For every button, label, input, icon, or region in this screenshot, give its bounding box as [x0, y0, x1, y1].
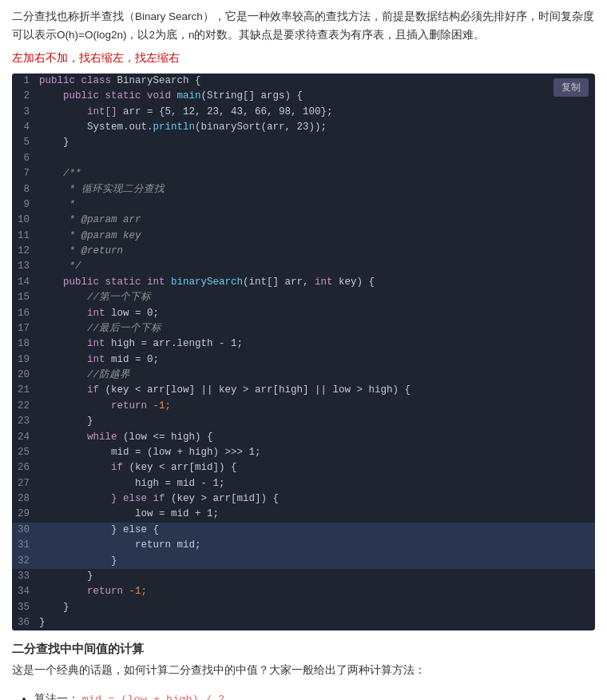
- table-row: 1public class BinarySearch {: [12, 74, 595, 89]
- line-code: }: [36, 569, 595, 584]
- line-code: int mid = 0;: [36, 352, 595, 368]
- line-code: * @param key: [36, 229, 595, 244]
- line-number: 26: [12, 460, 36, 475]
- line-code: *: [36, 197, 595, 213]
- table-row: 32 }: [12, 554, 595, 569]
- table-row: 25 mid = (low + high) >>> 1;: [12, 445, 595, 460]
- line-number: 4: [12, 120, 36, 135]
- line-number: 36: [12, 615, 36, 630]
- line-code: }: [36, 414, 595, 429]
- line-number: 18: [12, 336, 36, 352]
- line-code: public static void main(String[] args) {: [36, 89, 595, 104]
- line-number: 5: [12, 135, 36, 150]
- algo1-code: mid = (low + high) / 2: [82, 694, 224, 700]
- line-number: 28: [12, 491, 36, 507]
- algo1-item: 算法一： mid = (low + high) / 2: [34, 688, 595, 700]
- line-code: int high = arr.length - 1;: [36, 336, 595, 352]
- table-row: 10 * @param arr: [12, 213, 595, 228]
- table-row: 18 int high = arr.length - 1;: [12, 336, 595, 352]
- line-number: 19: [12, 352, 36, 368]
- line-number: 13: [12, 259, 36, 274]
- table-row: 24 while (low <= high) {: [12, 430, 595, 445]
- table-row: 29 low = mid + 1;: [12, 507, 595, 522]
- line-code: int low = 0;: [36, 306, 595, 321]
- line-code: * @return: [36, 244, 595, 259]
- line-number: 20: [12, 368, 36, 383]
- copy-button[interactable]: 复制: [553, 78, 589, 97]
- algo1-label: 算法一：: [34, 693, 79, 700]
- line-code: return -1;: [36, 584, 595, 599]
- table-row: 12 * @return: [12, 244, 595, 259]
- line-code: System.out.println(binarySort(arr, 23));: [36, 120, 595, 135]
- line-number: 30: [12, 523, 36, 538]
- mid-section-desc: 这是一个经典的话题，如何计算二分查找中的中值？大家一般给出了两种计算方法：: [12, 662, 595, 680]
- table-row: 19 int mid = 0;: [12, 352, 595, 368]
- table-row: 22 return -1;: [12, 399, 595, 414]
- line-code: if (key < arr[mid]) {: [36, 460, 595, 475]
- table-row: 31 return mid;: [12, 538, 595, 553]
- line-number: 25: [12, 445, 36, 460]
- line-code: * 循环实现二分查找: [36, 182, 595, 197]
- line-number: 27: [12, 476, 36, 491]
- line-number: 32: [12, 554, 36, 569]
- line-number: 29: [12, 507, 36, 522]
- table-row: 26 if (key < arr[mid]) {: [12, 460, 595, 475]
- line-number: 22: [12, 399, 36, 414]
- table-row: 9 *: [12, 197, 595, 213]
- table-row: 13 */: [12, 259, 595, 274]
- line-code: } else {: [36, 523, 595, 538]
- code-block: 复制 1public class BinarySearch {2 public …: [12, 74, 595, 631]
- line-code: }: [36, 600, 595, 615]
- line-code: * @param arr: [36, 213, 595, 228]
- line-code: low = mid + 1;: [36, 507, 595, 522]
- line-code: [36, 151, 595, 166]
- line-code: }: [36, 554, 595, 569]
- line-code: return mid;: [36, 538, 595, 553]
- line-number: 24: [12, 430, 36, 445]
- line-code: //第一个下标: [36, 290, 595, 305]
- table-row: 34 return -1;: [12, 584, 595, 599]
- line-number: 9: [12, 197, 36, 213]
- line-number: 35: [12, 600, 36, 615]
- line-code: int[] arr = {5, 12, 23, 43, 66, 98, 100}…: [36, 105, 595, 120]
- table-row: 8 * 循环实现二分查找: [12, 182, 595, 197]
- table-row: 23 }: [12, 414, 595, 429]
- line-number: 34: [12, 584, 36, 599]
- table-row: 7 /**: [12, 166, 595, 181]
- table-row: 2 public static void main(String[] args)…: [12, 89, 595, 104]
- line-number: 7: [12, 166, 36, 181]
- line-code: mid = (low + high) >>> 1;: [36, 445, 595, 460]
- line-code: if (key < arr[low] || key > arr[high] ||…: [36, 383, 595, 398]
- line-code: /**: [36, 166, 595, 181]
- line-code: public static int binarySearch(int[] arr…: [36, 275, 595, 290]
- table-row: 35 }: [12, 600, 595, 615]
- table-row: 14 public static int binarySearch(int[] …: [12, 275, 595, 290]
- line-number: 31: [12, 538, 36, 553]
- line-code: //最后一个下标: [36, 321, 595, 336]
- line-number: 14: [12, 275, 36, 290]
- mid-section-title: 二分查找中中间值的计算: [12, 642, 595, 657]
- line-code: while (low <= high) {: [36, 430, 595, 445]
- sub-title: 左加右不加，找右缩左，找左缩右: [12, 51, 595, 66]
- table-row: 20 //防越界: [12, 368, 595, 383]
- table-row: 16 int low = 0;: [12, 306, 595, 321]
- table-row: 17 //最后一个下标: [12, 321, 595, 336]
- table-row: 36}: [12, 615, 595, 630]
- line-number: 10: [12, 213, 36, 228]
- table-row: 30 } else {: [12, 523, 595, 538]
- table-row: 28 } else if (key > arr[mid]) {: [12, 491, 595, 507]
- table-row: 27 high = mid - 1;: [12, 476, 595, 491]
- line-number: 16: [12, 306, 36, 321]
- line-code: return -1;: [36, 399, 595, 414]
- table-row: 33 }: [12, 569, 595, 584]
- table-row: 15 //第一个下标: [12, 290, 595, 305]
- line-number: 15: [12, 290, 36, 305]
- line-number: 17: [12, 321, 36, 336]
- line-number: 1: [12, 74, 36, 89]
- intro-paragraph: 二分查找也称折半查找（Binary Search），它是一种效率较高的查找方法，…: [12, 8, 595, 45]
- line-code: high = mid - 1;: [36, 476, 595, 491]
- table-row: 3 int[] arr = {5, 12, 23, 43, 66, 98, 10…: [12, 105, 595, 120]
- table-row: 6: [12, 151, 595, 166]
- table-row: 21 if (key < arr[low] || key > arr[high]…: [12, 383, 595, 398]
- code-table: 1public class BinarySearch {2 public sta…: [12, 74, 595, 631]
